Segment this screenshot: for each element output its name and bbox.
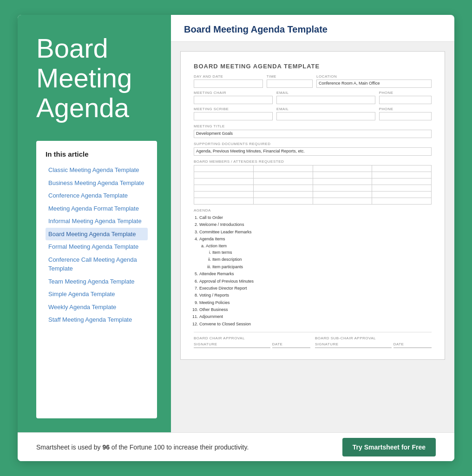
agenda-detail-1: Item terms: [212, 249, 432, 256]
subchair-approval-fields: SIGNATURE DATE: [315, 342, 432, 348]
scribe-input[interactable]: [194, 112, 273, 120]
chair-sig-input[interactable]: [194, 347, 270, 348]
attendees-row: [194, 192, 432, 198]
attendees-row: [194, 178, 432, 185]
location-label: LOCATION: [316, 74, 432, 79]
agenda-title: AGENDA: [194, 208, 432, 212]
email2-label: EMAIL: [276, 107, 375, 111]
subchair-sig-group: SIGNATURE: [315, 342, 392, 348]
field-email1: EMAIL: [276, 91, 375, 104]
toc-item-weekly[interactable]: Weekly Agenda Template: [46, 301, 148, 314]
chair-approval-col: BOARD CHAIR APPROVAL SIGNATURE DATE: [194, 336, 310, 348]
toc-item-staff[interactable]: Staff Meeting Agenda Template: [46, 313, 148, 326]
meeting-title-input[interactable]: Development Goals: [194, 130, 432, 138]
try-smartsheet-button[interactable]: Try Smartsheet for Free: [342, 438, 436, 456]
day-date-label: DAY AND DATE: [194, 74, 263, 79]
chair-date-input[interactable]: [272, 347, 310, 348]
doc-header: Board Meeting Agenda Template: [171, 15, 454, 42]
phone2-input[interactable]: [379, 112, 432, 120]
footer-text-highlight: 96: [102, 443, 110, 451]
toc-item-conference[interactable]: Conference Agenda Template: [46, 189, 148, 202]
attendees-row: [194, 172, 432, 178]
agenda-item-8: Voting / Reports: [199, 292, 432, 298]
agenda-item-1: Call to Order: [199, 214, 432, 221]
subchair-date-input[interactable]: [393, 347, 432, 348]
chair-sig-label: SIGNATURE: [194, 342, 270, 346]
toc-box: In this article Classic Meeting Agenda T…: [36, 141, 157, 418]
hero-title: BoardMeetingAgenda: [36, 33, 157, 122]
footer-text-part2: of the Fortune 100 to increase their pro…: [110, 443, 249, 451]
agenda-item-10: Other Business: [199, 306, 432, 313]
agenda-sub-item-a: Action Item Item terms Item description …: [206, 243, 432, 271]
agenda-item-6: Approval of Previous Minutes: [199, 278, 432, 284]
field-chair: MEETING CHAIR: [194, 91, 273, 104]
chair-label: MEETING CHAIR: [194, 91, 273, 95]
toc-item-classic[interactable]: Classic Meeting Agenda Template: [46, 164, 148, 177]
time-label: TIME: [267, 74, 313, 79]
agenda-item-2: Welcome / Introductions: [199, 221, 432, 228]
chair-approval-label: BOARD CHAIR APPROVAL: [194, 336, 310, 340]
doc-area[interactable]: BOARD MEETING AGENDA TEMPLATE DAY AND DA…: [171, 42, 454, 432]
day-date-input[interactable]: [194, 79, 263, 88]
attendees-row: [194, 198, 432, 205]
agenda-item-3: Committee Leader Remarks: [199, 229, 432, 235]
phone2-label: PHONE: [379, 107, 432, 111]
agenda-item-5: Attendee Remarks: [199, 271, 432, 277]
subchair-date-group: DATE: [393, 342, 432, 348]
scribe-label: MEETING SCRIBE: [194, 107, 273, 111]
main-card: BoardMeetingAgenda In this article Class…: [18, 15, 454, 461]
supporting-docs-input[interactable]: Agenda, Previous Meeting Minutes, Financ…: [194, 147, 432, 156]
agenda-item-9: Meeting Policies: [199, 299, 432, 306]
field-day-date: DAY AND DATE: [194, 74, 263, 88]
agenda-detail-2: Item description: [212, 256, 432, 263]
chair-approval-fields: SIGNATURE DATE: [194, 342, 310, 348]
toc-item-team[interactable]: Team Meeting Agenda Template: [46, 275, 148, 288]
doc-header-title: Board Meeting Agenda Template: [184, 24, 441, 35]
agenda-sub-sub-list: Item terms Item description Item partici…: [206, 249, 432, 270]
field-row-1: DAY AND DATE TIME LOCATION Conference Ro…: [194, 74, 432, 88]
field-time: TIME: [267, 74, 313, 88]
agenda-detail-3: Item participants: [212, 264, 432, 270]
left-panel: BoardMeetingAgenda In this article Class…: [18, 15, 171, 432]
subchair-sig-input[interactable]: [315, 347, 392, 348]
field-email2: EMAIL: [276, 107, 375, 120]
approval-row: BOARD CHAIR APPROVAL SIGNATURE DATE: [194, 332, 432, 348]
footer-text: Smartsheet is used by 96 of the Fortune …: [36, 443, 249, 451]
agenda-item-7: Executive Director Report: [199, 285, 432, 291]
agenda-item-11: Adjournment: [199, 313, 432, 320]
toc-item-simple[interactable]: Simple Agenda Template: [46, 288, 148, 301]
chair-input[interactable]: [194, 96, 273, 104]
subchair-approval-label: BOARD SUB-CHAIR APPROVAL: [315, 336, 432, 340]
agenda-item-4: Agenda Items Action Item Item terms Item…: [199, 236, 432, 270]
phone1-input[interactable]: [379, 96, 432, 104]
field-row-2: MEETING CHAIR EMAIL PHONE: [194, 91, 432, 104]
sheet-main-title: BOARD MEETING AGENDA TEMPLATE: [194, 63, 432, 70]
field-location: LOCATION Conference Room A, Main Office: [316, 74, 432, 88]
toc-item-format[interactable]: Meeting Agenda Format Template: [46, 202, 148, 215]
toc-item-board[interactable]: Board Meeting Agenda Template: [46, 228, 148, 241]
location-input[interactable]: Conference Room A, Main Office: [316, 79, 432, 88]
attendees-row: [194, 165, 432, 172]
subchair-sig-label: SIGNATURE: [315, 342, 392, 346]
card-body: BoardMeetingAgenda In this article Class…: [18, 15, 454, 432]
toc-item-informal[interactable]: Informal Meeting Agenda Template: [46, 215, 148, 228]
chair-date-label: DATE: [272, 342, 310, 346]
chair-sig-group: SIGNATURE: [194, 342, 270, 348]
email2-input[interactable]: [276, 112, 375, 120]
toc-item-confcall[interactable]: Conference Call Meeting Agenda Template: [46, 253, 148, 275]
toc-item-formal[interactable]: Formal Meeting Agenda Template: [46, 240, 148, 253]
supporting-docs-label: SUPPORTING DOCUMENTS REQUIRED: [194, 142, 432, 146]
footer-text-part1: Smartsheet is used by: [36, 443, 102, 451]
right-panel: Board Meeting Agenda Template BOARD MEET…: [171, 15, 454, 432]
subchair-date-label: DATE: [393, 342, 432, 346]
attendees-table: [194, 165, 432, 205]
subchair-approval-col: BOARD SUB-CHAIR APPROVAL SIGNATURE DATE: [315, 336, 432, 348]
footer: Smartsheet is used by 96 of the Fortune …: [18, 432, 454, 461]
phone1-label: PHONE: [379, 91, 432, 95]
email1-label: EMAIL: [276, 91, 375, 95]
time-input[interactable]: [267, 79, 313, 88]
toc-item-business[interactable]: Business Meeting Agenda Template: [46, 177, 148, 190]
email1-input[interactable]: [276, 96, 375, 104]
field-phone2: PHONE: [379, 107, 432, 120]
attendees-label: BOARD MEMBERS / ATTENDEES REQUESTED: [194, 159, 432, 164]
